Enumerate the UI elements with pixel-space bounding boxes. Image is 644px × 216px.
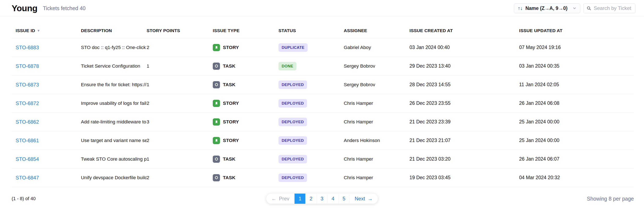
story-points-cell: 2 [147, 175, 213, 180]
table-row: STO-6878 Ticket Service Configuration 1 … [12, 57, 634, 76]
story-icon [213, 118, 220, 126]
column-header-story-points: STORY POINTS [147, 28, 213, 33]
table-header: ISSUE ID ▾ DESCRIPTION STORY POINTS ISSU… [12, 23, 634, 38]
per-page-label: Showing 8 per page [587, 196, 634, 202]
issue-id-link[interactable]: STO-6854 [16, 156, 39, 162]
page-title: Young [12, 4, 38, 13]
created-at-cell: 29 Dec 2023 13:40 [410, 63, 519, 69]
issue-type-label: TASK [223, 156, 235, 162]
table-row: STO-6862 Add rate-limiting middleware to… [12, 113, 634, 131]
description-cell: STO doc :: q1-fy25 :: One-click e... [81, 45, 147, 50]
issue-id-link[interactable]: STO-6873 [16, 82, 39, 88]
table-footer: (1 - 8) of 40 ← Prev 12345 Next → Showin… [0, 192, 644, 205]
issue-type-label: STORY [223, 100, 239, 106]
story-points-cell: 2 [147, 45, 213, 50]
story-icon [213, 44, 220, 51]
story-icon [213, 100, 220, 107]
issue-id-link[interactable]: STO-6861 [16, 138, 39, 143]
page-button-3[interactable]: 3 [316, 194, 328, 204]
created-at-cell: 03 Jan 2024 00:40 [410, 44, 519, 50]
status-badge: DEPLOYED [278, 155, 307, 163]
assignee-cell: Sergey Bobrov [344, 82, 410, 88]
assignee-cell: Chris Hamper [344, 156, 410, 162]
prev-page-button[interactable]: ← Prev [266, 194, 294, 204]
issue-id-link[interactable]: STO-6847 [16, 175, 39, 180]
issue-id-link[interactable]: STO-6872 [16, 100, 39, 106]
description-cell: Use target and variant name sear... [81, 138, 147, 143]
page-button-2[interactable]: 2 [306, 194, 316, 204]
right-arrow-icon: → [368, 196, 373, 202]
description-cell: Ensure the fix for ticket: https://h... [81, 82, 147, 88]
column-header-issue-updated-at: ISSUE UPDATED AT [519, 28, 634, 33]
description-cell: Add rate-limiting middleware to S... [81, 119, 147, 125]
chevron-down-icon [572, 6, 576, 10]
issue-type-label: STORY [223, 138, 239, 143]
results-range: (1 - 8) of 40 [12, 196, 36, 202]
task-icon [213, 81, 220, 88]
tickets-table: ISSUE ID ▾ DESCRIPTION STORY POINTS ISSU… [12, 23, 634, 187]
issue-type-label: STORY [223, 45, 239, 50]
story-points-cell: 1 [147, 64, 213, 69]
pagination: ← Prev 12345 Next → [266, 194, 378, 204]
issue-id-link[interactable]: STO-6878 [16, 63, 39, 69]
column-header-assignee: ASSIGNEE [344, 28, 410, 33]
search-box[interactable] [583, 4, 636, 13]
header-controls: ↑↓ Name (Z→A, 9→0) [514, 4, 636, 13]
story-points-cell: 1 [147, 156, 213, 162]
left-arrow-icon: ← [271, 196, 276, 202]
next-page-button[interactable]: Next → [350, 194, 378, 204]
updated-at-cell: 25 Jan 2024 00:00 [519, 119, 634, 125]
sort-label: Name (Z→A, 9→0) [526, 6, 568, 11]
created-at-cell: 21 Dec 2023 23:39 [410, 119, 519, 125]
issue-type-cell: STORY [213, 118, 278, 126]
assignee-cell: Gabriel Aboy [344, 45, 410, 50]
status-badge: DUPLICATE [278, 43, 308, 52]
table-row: STO-6854 Tweak STO Core autoscaling par.… [12, 150, 634, 168]
status-badge: DEPLOYED [278, 80, 307, 89]
updated-at-cell: 03 Jan 2024 00:35 [519, 63, 634, 69]
assignee-cell: Sergey Bobrov [344, 64, 410, 69]
assignee-cell: Anders Hokinson [344, 138, 410, 143]
status-badge: DONE [278, 62, 296, 70]
search-icon [586, 6, 591, 10]
story-icon [213, 137, 220, 144]
sort-dropdown[interactable]: ↑↓ Name (Z→A, 9→0) [514, 4, 580, 13]
created-at-cell: 19 Dec 2023 03:45 [410, 175, 519, 180]
column-header-issue-created-at: ISSUE CREATED AT [410, 28, 519, 33]
table-row: STO-6883 STO doc :: q1-fy25 :: One-click… [12, 38, 634, 57]
updated-at-cell: 26 Jan 2024 06:08 [519, 100, 634, 106]
pagination-pages: 12345 [294, 194, 350, 204]
sort-caret-icon: ▾ [38, 28, 39, 32]
updated-at-cell: 07 May 2024 19:16 [519, 44, 634, 50]
column-header-issue-id[interactable]: ISSUE ID ▾ [16, 28, 81, 33]
description-cell: Improve usability of logs for failur... [81, 100, 147, 106]
story-points-cell: 3 [147, 119, 213, 125]
column-header-description: DESCRIPTION [81, 28, 147, 33]
updated-at-cell: 25 Jan 2024 00:00 [519, 138, 634, 143]
issue-id-link[interactable]: STO-6862 [16, 119, 39, 125]
search-input[interactable] [594, 5, 632, 11]
issue-type-label: TASK [223, 82, 235, 88]
assignee-cell: Chris Hamper [344, 119, 410, 125]
page-button-5[interactable]: 5 [338, 194, 350, 204]
page-button-1[interactable]: 1 [294, 194, 306, 204]
created-at-cell: 21 Dec 2023 03:20 [410, 156, 519, 162]
updated-at-cell: 26 Jan 2024 06:07 [519, 156, 634, 162]
table-body: STO-6883 STO doc :: q1-fy25 :: One-click… [12, 38, 634, 187]
table-row: STO-6873 Ensure the fix for ticket: http… [12, 76, 634, 94]
issue-type-cell: STORY [213, 100, 278, 107]
created-at-cell: 28 Dec 2023 14:55 [410, 82, 519, 88]
page-button-4[interactable]: 4 [328, 194, 338, 204]
story-points-cell: 2 [147, 138, 213, 143]
story-points-cell: 2 [147, 100, 213, 106]
issue-type-cell: TASK [213, 156, 278, 163]
table-row: STO-6872 Improve usability of logs for f… [12, 94, 634, 113]
table-row: STO-6847 Unify devspace Dockerfile build… [12, 168, 634, 187]
issue-id-link[interactable]: STO-6883 [16, 44, 39, 50]
column-header-status: STATUS [278, 28, 344, 33]
created-at-cell: 26 Dec 2023 23:55 [410, 100, 519, 106]
task-icon [213, 174, 220, 181]
task-icon [213, 156, 220, 163]
column-header-issue-type: ISSUE TYPE [213, 28, 278, 33]
story-points-cell: 1 [147, 82, 213, 88]
